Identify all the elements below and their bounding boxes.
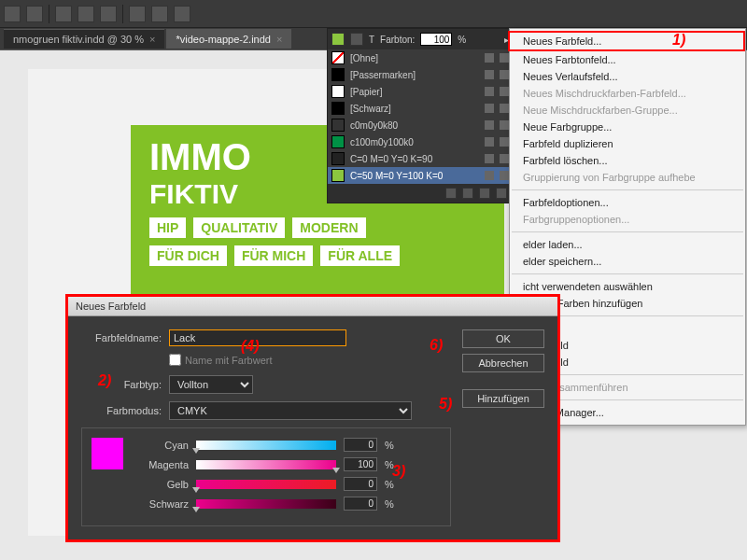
swatch-row[interactable]: C=50 M=0 Y=100 K=0 — [328, 167, 513, 184]
swatch-row[interactable]: [Passermarken] — [328, 66, 513, 83]
name-with-value-checkbox[interactable] — [169, 354, 181, 366]
swatch-name: c100m0y100k0 — [350, 137, 479, 147]
swatch-name-input[interactable] — [169, 329, 346, 346]
swatch-type-icon — [485, 53, 494, 63]
swatch-row[interactable]: c100m0y100k0 — [328, 133, 513, 150]
close-icon[interactable]: × — [149, 34, 155, 45]
channel-value[interactable] — [344, 457, 377, 471]
fill-swatch[interactable] — [331, 33, 345, 46]
swatch-name: C=50 M=0 Y=100 K=0 — [350, 171, 479, 181]
dialog-title: Neues Farbfeld — [68, 297, 557, 316]
swatch-name: c0m0y0k80 — [350, 120, 479, 131]
channel-value[interactable] — [344, 438, 377, 452]
swatch-row[interactable]: c0m0y0k80 — [328, 117, 513, 133]
trash-icon[interactable] — [496, 188, 507, 199]
design-tag: HIP — [149, 217, 186, 238]
colortype-select[interactable]: Vollton — [169, 375, 253, 394]
swatch-chip — [331, 102, 345, 115]
design-tag: FÜR DICH — [149, 245, 227, 266]
design-tag: MODERN — [292, 217, 365, 238]
flyout-item[interactable]: Neue Farbgruppe... — [510, 119, 745, 135]
swatch-name: [Ohne] — [350, 53, 479, 63]
swatch-chip — [331, 51, 345, 64]
swatch-row[interactable]: [Schwarz] — [328, 100, 513, 117]
toolbar-icon[interactable] — [129, 6, 146, 22]
swatch-row[interactable]: [Ohne] — [328, 49, 513, 66]
swatch-name: [Schwarz] — [350, 104, 479, 114]
channel-value[interactable] — [344, 497, 377, 511]
swatch-mode-icon — [500, 171, 509, 180]
flyout-item[interactable]: Farbfeld löschen... — [510, 152, 745, 169]
flyout-item[interactable]: Farbfeldoptionen... — [510, 194, 745, 211]
doc-tab-1[interactable]: nmogruen fiktiv.indd @ 30 %× — [4, 29, 164, 49]
colormode-select[interactable]: CMYK — [169, 401, 412, 420]
new-swatch-dialog: Neues Farbfeld Farbfeldname: Name mit Fa… — [65, 294, 560, 542]
swatch-type-icon — [485, 87, 494, 96]
channel-label: Magenta — [136, 459, 189, 470]
swatches-header: T Farbton: % ▸ — [328, 29, 513, 49]
close-icon[interactable]: × — [276, 34, 282, 45]
channel-value[interactable] — [344, 477, 377, 491]
swatch-type-icon — [485, 104, 494, 113]
swatch-chip — [331, 152, 345, 165]
channel-slider[interactable] — [196, 499, 336, 509]
swatch-mode-icon — [500, 104, 509, 113]
swatch-name: [Papier] — [350, 87, 479, 97]
toolbar-icon[interactable] — [55, 6, 72, 22]
swatch-name: [Passermarken] — [350, 70, 479, 80]
doc-tab-2[interactable]: *video-mappe-2.indd× — [166, 29, 291, 49]
flyout-item: Gruppierung von Farbgruppe aufhebe — [510, 169, 745, 186]
swatch-mode-icon — [500, 70, 509, 79]
flyout-item[interactable]: icht verwendeten auswählen — [510, 278, 745, 295]
swatch-chip — [331, 68, 345, 81]
swatches-footer — [328, 184, 513, 203]
toolbar-icon[interactable] — [174, 6, 190, 22]
swatch-chip — [331, 169, 345, 182]
swatch-type-icon — [485, 171, 494, 180]
swatch-chip — [331, 119, 345, 132]
swatch-mode-icon — [500, 53, 509, 63]
swatch-chip — [331, 85, 345, 98]
flyout-item[interactable]: Neues Verlaufsfeld... — [510, 68, 745, 85]
toolbar-icon[interactable] — [78, 6, 94, 22]
swatch-name: C=0 M=0 Y=0 K=90 — [350, 154, 479, 164]
toolbar-icon[interactable] — [26, 6, 43, 22]
flyout-item: Farbgruppenoptionen... — [510, 211, 745, 228]
toolbar-icon[interactable] — [100, 6, 117, 22]
flyout-item[interactable]: Neues Farbtonfeld... — [510, 51, 745, 68]
new-swatch-icon[interactable] — [462, 188, 473, 199]
toolbar-icon[interactable] — [4, 6, 21, 22]
add-button[interactable]: Hinzufügen — [462, 389, 544, 408]
channel-label: Gelb — [136, 479, 189, 490]
swatch-mode-icon — [500, 154, 509, 163]
swatch-row[interactable]: C=0 M=0 Y=0 K=90 — [328, 150, 513, 167]
colormode-label: Farbmodus: — [81, 405, 162, 416]
swatch-type-icon — [485, 154, 494, 163]
ok-button[interactable]: OK — [462, 329, 544, 348]
cancel-button[interactable]: Abbrechen — [462, 354, 544, 372]
name-label: Farbfeldname: — [81, 332, 162, 343]
flyout-item: Neues Mischdruckfarben-Farbfeld... — [510, 85, 745, 102]
flyout-item[interactable]: elder laden... — [510, 236, 745, 253]
tint-input[interactable] — [420, 33, 452, 46]
channel-label: Cyan — [136, 440, 189, 451]
top-toolbar — [0, 0, 747, 28]
flyout-item[interactable]: Farbfeld duplizieren — [510, 135, 745, 152]
channel-slider[interactable] — [196, 441, 336, 450]
stroke-swatch[interactable] — [350, 33, 363, 46]
channel-slider[interactable] — [196, 480, 336, 489]
channel-slider[interactable] — [196, 460, 336, 469]
flyout-item[interactable]: elder speichern... — [510, 253, 745, 270]
channel-label: Schwarz — [136, 498, 189, 510]
design-tag: QUALITATIV — [193, 217, 285, 238]
toolbar-icon[interactable] — [151, 6, 168, 22]
swatch-mode-icon — [500, 137, 509, 147]
options-icon[interactable] — [479, 188, 490, 199]
swatch-type-icon — [485, 137, 494, 147]
swatch-type-icon — [485, 120, 494, 130]
swatch-mode-icon — [500, 87, 509, 96]
new-group-icon[interactable] — [445, 188, 457, 199]
flyout-item[interactable]: Neues Farbfeld... — [508, 31, 745, 51]
tint-label: Farbton: — [380, 35, 415, 45]
swatch-row[interactable]: [Papier] — [328, 83, 513, 100]
